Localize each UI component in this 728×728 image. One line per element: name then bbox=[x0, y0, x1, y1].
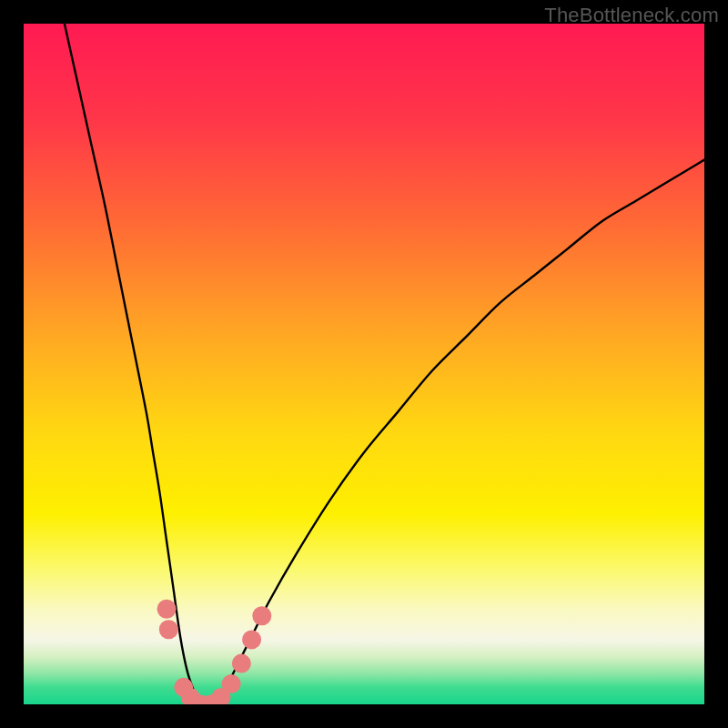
watermark-text: TheBottleneck.com bbox=[544, 4, 719, 27]
data-marker bbox=[157, 600, 177, 619]
data-marker bbox=[232, 654, 251, 673]
data-marker bbox=[222, 674, 241, 693]
chart-frame: TheBottleneck.com bbox=[0, 0, 728, 728]
data-marker bbox=[242, 630, 261, 649]
data-marker bbox=[252, 606, 271, 625]
plot-area bbox=[24, 24, 704, 704]
curve-layer bbox=[24, 24, 704, 704]
data-marker bbox=[159, 620, 178, 639]
data-markers bbox=[157, 600, 272, 704]
